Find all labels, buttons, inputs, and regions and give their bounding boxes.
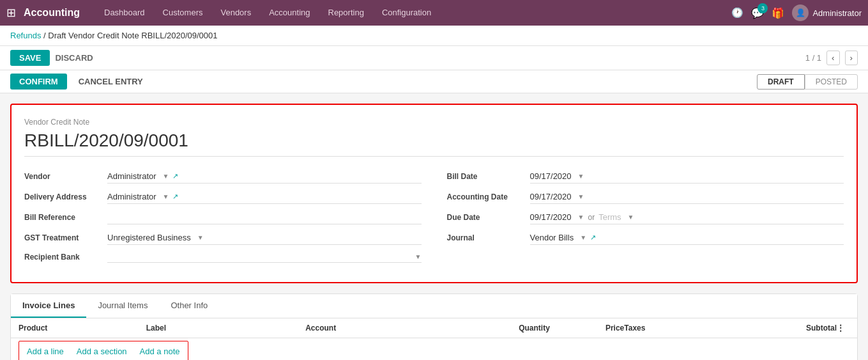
journal-arrow: ▼ bbox=[580, 234, 586, 241]
form-right-column: Bill Date 09/17/2020 ▼ Accounting Date 0… bbox=[447, 169, 844, 269]
terms-arrow: ▼ bbox=[628, 214, 634, 221]
add-links-row: Add a line Add a section Add a note bbox=[19, 341, 188, 360]
bill-date-label: Bill Date bbox=[447, 172, 524, 181]
col-header-menu: ⋮ bbox=[837, 324, 849, 333]
breadcrumb-current: Draft Vendor Credit Note RBILL/2020/09/0… bbox=[48, 31, 217, 40]
tabs-bar: Invoice Lines Journal Items Other Info bbox=[11, 294, 857, 318]
notification-badge: 3 bbox=[758, 3, 768, 13]
accounting-date-field-row: Accounting Date 09/17/2020 ▼ bbox=[447, 190, 844, 204]
pagination-info: 1 / 1 bbox=[805, 53, 821, 63]
or-label: or bbox=[588, 213, 595, 222]
user-name: Administrator bbox=[812, 8, 862, 18]
table-header: Product Label Account Quantity Price Tax… bbox=[11, 318, 857, 338]
gst-treatment-label: GST Treatment bbox=[24, 233, 101, 242]
bill-reference-label: Bill Reference bbox=[24, 213, 101, 222]
gst-treatment-value: Unregistered Business ▼ bbox=[107, 231, 422, 245]
due-date-field-row: Due Date 09/17/2020 ▼ or Terms ▼ bbox=[447, 210, 844, 224]
bill-reference-field-row: Bill Reference bbox=[24, 210, 422, 224]
accounting-date-value: 09/17/2020 ▼ bbox=[530, 190, 844, 204]
vendor-label: Vendor bbox=[24, 172, 101, 181]
journal-field-row: Journal Vendor Bills ▼ ↗ bbox=[447, 231, 844, 245]
due-date-arrow: ▼ bbox=[578, 214, 584, 221]
tab-invoice-lines[interactable]: Invoice Lines bbox=[11, 294, 86, 318]
terms-select[interactable]: Terms bbox=[598, 212, 621, 222]
breadcrumb: Refunds / Draft Vendor Credit Note RBILL… bbox=[0, 26, 868, 46]
prev-record-button[interactable]: ‹ bbox=[826, 51, 839, 65]
chat-icon[interactable]: 💬 3 bbox=[751, 7, 764, 19]
recipient-bank-label: Recipient Bank bbox=[24, 253, 101, 262]
delivery-address-value: Administrator ▼ ↗ bbox=[107, 190, 422, 204]
due-date-label: Due Date bbox=[447, 213, 524, 222]
add-section-link[interactable]: Add a section bbox=[77, 347, 127, 356]
tab-other-info[interactable]: Other Info bbox=[159, 294, 219, 318]
vendor-ext-link[interactable]: ↗ bbox=[172, 172, 178, 180]
nav-dashboard[interactable]: Dashboard bbox=[98, 0, 151, 26]
add-note-link[interactable]: Add a note bbox=[140, 347, 180, 356]
nav-accounting[interactable]: Accounting bbox=[263, 0, 316, 26]
next-record-button[interactable]: › bbox=[845, 51, 858, 65]
gst-treatment-field-row: GST Treatment Unregistered Business ▼ bbox=[24, 231, 422, 245]
bank-arrow: ▼ bbox=[415, 253, 422, 260]
vendor-field-row: Vendor Administrator ▼ ↗ bbox=[24, 169, 422, 184]
invoice-lines-tab-content: Product Label Account Quantity Price Tax… bbox=[11, 318, 857, 360]
bill-date-arrow: ▼ bbox=[578, 173, 584, 180]
bill-date-field-row: Bill Date 09/17/2020 ▼ bbox=[447, 169, 844, 184]
status-posted[interactable]: POSTED bbox=[805, 74, 858, 90]
status-pills: DRAFT POSTED bbox=[757, 74, 858, 90]
journal-label: Journal bbox=[447, 233, 524, 242]
acc-date-arrow: ▼ bbox=[578, 193, 584, 200]
bill-reference-input[interactable] bbox=[107, 212, 422, 222]
credit-note-label: Vendor Credit Note bbox=[24, 118, 844, 127]
user-menu[interactable]: 👤 Administrator bbox=[792, 4, 862, 21]
vendor-arrow: ▼ bbox=[163, 173, 169, 180]
delivery-address-field-row: Delivery Address Administrator ▼ ↗ bbox=[24, 190, 422, 204]
breadcrumb-parent[interactable]: Refunds bbox=[10, 31, 41, 40]
cancel-entry-button[interactable]: CANCEL ENTRY bbox=[72, 74, 149, 90]
form-fields: Vendor Administrator ▼ ↗ Delivery Addres… bbox=[24, 169, 844, 269]
action-bar: SAVE DISCARD 1 / 1 ‹ › bbox=[0, 46, 868, 70]
col-header-subtotal: Subtotal bbox=[731, 324, 837, 333]
due-date-value: 09/17/2020 ▼ or Terms ▼ bbox=[530, 210, 844, 224]
app-grid-icon[interactable]: ⊞ bbox=[6, 6, 16, 20]
journal-value: Vendor Bills ▼ ↗ bbox=[530, 231, 844, 245]
status-bar: CONFIRM CANCEL ENTRY DRAFT POSTED bbox=[0, 70, 868, 93]
bill-date-value: 09/17/2020 ▼ bbox=[530, 169, 844, 184]
form-left-column: Vendor Administrator ▼ ↗ Delivery Addres… bbox=[24, 169, 422, 269]
top-navigation: ⊞ Accounting Dashboard Customers Vendors… bbox=[0, 0, 868, 26]
form-card: Vendor Credit Note RBILL/2020/09/0001 Ve… bbox=[10, 104, 858, 283]
delivery-arrow: ▼ bbox=[163, 193, 169, 200]
discard-button[interactable]: DISCARD bbox=[55, 53, 93, 63]
status-draft[interactable]: DRAFT bbox=[757, 74, 805, 90]
delivery-ext-link[interactable]: ↗ bbox=[172, 192, 178, 201]
tabs-container: Invoice Lines Journal Items Other Info P… bbox=[10, 293, 858, 360]
nav-vendors[interactable]: Vendors bbox=[214, 0, 257, 26]
recipient-bank-value[interactable]: ▼ bbox=[107, 251, 422, 263]
add-line-link[interactable]: Add a line bbox=[27, 347, 64, 356]
col-header-account: Account bbox=[305, 324, 465, 333]
delivery-address-label: Delivery Address bbox=[24, 192, 101, 201]
nav-reporting[interactable]: Reporting bbox=[322, 0, 370, 26]
vendor-value: Administrator ▼ ↗ bbox=[107, 169, 422, 184]
journal-ext-link[interactable]: ↗ bbox=[590, 233, 596, 242]
confirm-button[interactable]: CONFIRM bbox=[10, 74, 67, 90]
bill-reference-value[interactable] bbox=[107, 210, 422, 224]
col-header-product: Product bbox=[19, 324, 146, 333]
save-button[interactable]: SAVE bbox=[10, 50, 50, 66]
col-header-taxes: Taxes bbox=[624, 324, 730, 333]
tab-journal-items[interactable]: Journal Items bbox=[86, 294, 159, 318]
recipient-bank-field-row: Recipient Bank ▼ bbox=[24, 251, 422, 263]
main-content: Vendor Credit Note RBILL/2020/09/0001 Ve… bbox=[0, 93, 868, 360]
credit-note-number: RBILL/2020/09/0001 bbox=[24, 130, 844, 157]
nav-configuration[interactable]: Configuration bbox=[376, 0, 438, 26]
breadcrumb-separator: / bbox=[43, 31, 46, 40]
col-header-price: Price bbox=[550, 324, 624, 333]
user-avatar: 👤 bbox=[792, 4, 809, 21]
app-name: Accounting bbox=[24, 7, 80, 19]
clock-icon[interactable]: 🕐 bbox=[731, 7, 743, 19]
gift-icon[interactable]: 🎁 bbox=[772, 7, 784, 19]
nav-customers[interactable]: Customers bbox=[156, 0, 209, 26]
col-header-label: Label bbox=[146, 324, 306, 333]
gst-arrow: ▼ bbox=[197, 234, 204, 241]
accounting-date-label: Accounting Date bbox=[447, 192, 524, 201]
col-header-quantity: Quantity bbox=[465, 324, 550, 333]
